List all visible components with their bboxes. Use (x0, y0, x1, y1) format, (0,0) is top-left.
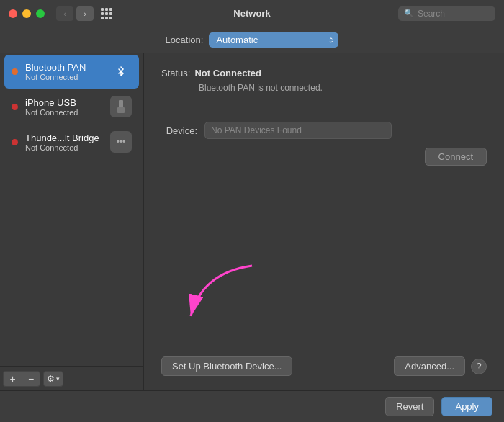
item-status-thunderbolt: Not Connected (25, 143, 103, 152)
revert-button[interactable]: Revert (385, 397, 434, 416)
toolbar-group: + − (3, 371, 40, 387)
sidebar: Bluetooth PAN Not Connected iPhone USB N… (0, 53, 144, 390)
bottom-right-buttons: Advanced... ? (394, 356, 487, 376)
svg-rect-1 (117, 107, 125, 113)
status-label: Status: (161, 68, 190, 78)
detail-bottom: Set Up Bluetooth Device... Advanced... ? (161, 356, 487, 376)
remove-network-button[interactable]: − (22, 371, 40, 387)
grid-button[interactable] (101, 8, 112, 19)
title-bar: ‹ › Network 🔍 (0, 0, 504, 27)
connect-btn-row: Connect (425, 148, 487, 166)
close-button[interactable] (9, 9, 17, 18)
location-select[interactable]: Automatic Edit Locations... (209, 32, 338, 48)
forward-button[interactable]: › (76, 6, 94, 21)
svg-rect-0 (119, 100, 123, 107)
status-dot-iphone (12, 104, 18, 110)
status-description: Bluetooth PAN is not connected. (199, 83, 487, 93)
item-name-thunderbolt: Thunde...lt Bridge (25, 133, 103, 143)
usb-icon (110, 96, 132, 117)
apply-button[interactable]: Apply (441, 397, 492, 416)
bottom-left-buttons: Set Up Bluetooth Device... (161, 356, 292, 376)
item-name-iphone: iPhone USB (25, 97, 103, 108)
minimize-button[interactable] (22, 9, 31, 18)
bluetooth-icon (110, 60, 132, 82)
device-select[interactable]: No PAN Devices Found (204, 122, 392, 139)
main-content: Bluetooth PAN Not Connected iPhone USB N… (0, 53, 504, 390)
window-bottom-bar: Revert Apply (0, 390, 504, 422)
status-dot-thunderbolt (12, 139, 18, 145)
connect-button[interactable]: Connect (425, 148, 487, 166)
device-label: Device: (161, 125, 197, 136)
sidebar-item-thunderbolt[interactable]: Thunde...lt Bridge Not Connected ••• (4, 125, 139, 159)
advanced-button[interactable]: Advanced... (394, 356, 465, 376)
window-title: Network (233, 8, 270, 19)
sidebar-item-iphone-usb[interactable]: iPhone USB Not Connected (4, 90, 139, 124)
sidebar-toolbar: + − ⚙ ▾ (0, 366, 143, 390)
help-button[interactable]: ? (471, 359, 487, 374)
item-info-thunderbolt: Thunde...lt Bridge Not Connected (25, 133, 103, 152)
location-select-wrap: Automatic Edit Locations... ⌃ (209, 32, 338, 48)
search-box[interactable]: 🔍 (398, 6, 495, 21)
back-button[interactable]: ‹ (56, 6, 73, 21)
arrow-annotation (180, 259, 266, 333)
location-bar: Location: Automatic Edit Locations... ⌃ (0, 27, 504, 53)
status-row: Status: Not Connected (161, 68, 487, 78)
gear-chevron-icon: ▾ (56, 375, 60, 382)
sidebar-list: Bluetooth PAN Not Connected iPhone USB N… (0, 53, 143, 366)
location-label: Location: (166, 35, 204, 45)
item-status-bluetooth: Not Connected (25, 73, 103, 81)
item-name-bluetooth: Bluetooth PAN (25, 62, 103, 73)
item-info-bluetooth: Bluetooth PAN Not Connected (25, 62, 103, 81)
maximize-button[interactable] (36, 9, 45, 18)
device-row: Device: No PAN Devices Found (161, 122, 487, 139)
search-input[interactable] (418, 9, 490, 19)
detail-panel: Status: Not Connected Bluetooth PAN is n… (144, 53, 504, 390)
search-icon: 🔍 (404, 9, 414, 18)
bridge-icon: ••• (110, 131, 132, 153)
item-info-iphone: iPhone USB Not Connected (25, 97, 103, 117)
status-value: Not Connected (194, 68, 261, 78)
setup-bluetooth-button[interactable]: Set Up Bluetooth Device... (161, 356, 292, 376)
nav-arrows: ‹ › (56, 6, 94, 21)
status-dot-bluetooth (12, 68, 18, 75)
window-controls (9, 9, 45, 18)
add-network-button[interactable]: + (3, 371, 22, 387)
gear-icon: ⚙ (47, 374, 55, 384)
gear-menu-button[interactable]: ⚙ ▾ (43, 371, 63, 387)
grid-icon (101, 8, 112, 19)
item-status-iphone: Not Connected (25, 108, 103, 117)
sidebar-item-bluetooth-pan[interactable]: Bluetooth PAN Not Connected (4, 55, 139, 89)
